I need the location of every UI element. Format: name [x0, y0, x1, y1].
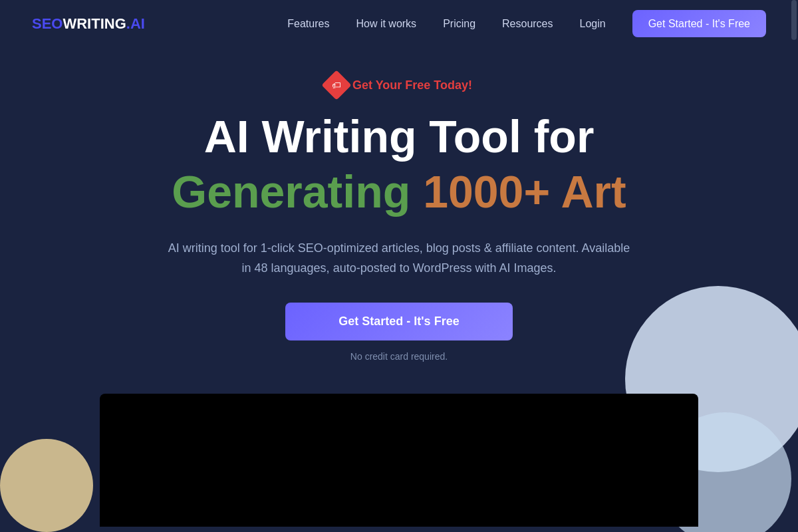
nav-resources[interactable]: Resources	[502, 18, 553, 29]
hero-title-line1: AI Writing Tool for	[204, 112, 595, 162]
nav-login[interactable]: Login	[580, 18, 606, 29]
hero-subtitle: AI writing tool for 1-click SEO-optimize…	[166, 238, 632, 279]
nav-features[interactable]: Features	[287, 18, 329, 29]
logo[interactable]: SEOWRITING.AI	[32, 15, 145, 33]
nav-pricing[interactable]: Pricing	[443, 18, 475, 29]
hero-title-line2: Generating 1000+ Art	[172, 167, 626, 217]
tag-icon: 🏷	[332, 80, 341, 90]
hero-cta-button[interactable]: Get Started - It's Free	[285, 303, 512, 340]
logo-ai: .AI	[126, 15, 145, 33]
no-credit-card-text: No credit card required.	[350, 351, 448, 362]
hero-title-generating: Generating	[172, 166, 410, 217]
nav-cta-button[interactable]: Get Started - It's Free	[632, 10, 766, 37]
nav-links: Features How it works Pricing Resources …	[287, 18, 766, 30]
hero-section: 🏷 Get Your Free Today! AI Writing Tool f…	[0, 48, 798, 527]
logo-writing: WRITING	[63, 15, 126, 33]
badge-icon: 🏷	[321, 70, 351, 100]
video-box[interactable]	[100, 394, 698, 527]
badge-text: Get Your Free Today!	[352, 78, 472, 92]
nav-how-it-works[interactable]: How it works	[356, 18, 416, 29]
hero-badge: 🏷 Get Your Free Today!	[326, 74, 472, 96]
navbar: SEOWRITING.AI Features How it works Pric…	[0, 0, 798, 48]
logo-seo: SEO	[32, 15, 63, 33]
video-area	[100, 394, 698, 527]
hero-title-count: 1000+ Art	[423, 166, 626, 217]
